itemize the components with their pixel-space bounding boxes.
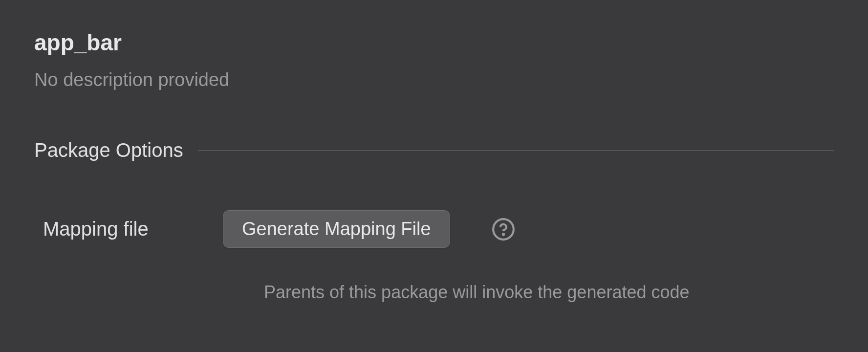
mapping-file-hint: Parents of this package will invoke the … (264, 282, 834, 303)
section-title: Package Options (34, 139, 183, 161)
package-title: app_bar (34, 29, 834, 56)
section-header: Package Options (34, 139, 834, 161)
svg-point-1 (503, 234, 504, 235)
help-icon[interactable] (491, 217, 516, 242)
mapping-file-row: Mapping file Generate Mapping File (34, 210, 834, 248)
package-settings-panel: app_bar No description provided Package … (0, 0, 868, 303)
package-description: No description provided (34, 69, 834, 90)
mapping-file-label: Mapping file (43, 218, 195, 240)
hint-row: Parents of this package will invoke the … (34, 282, 834, 303)
generate-mapping-file-button[interactable]: Generate Mapping File (223, 210, 450, 248)
section-divider (198, 150, 834, 151)
